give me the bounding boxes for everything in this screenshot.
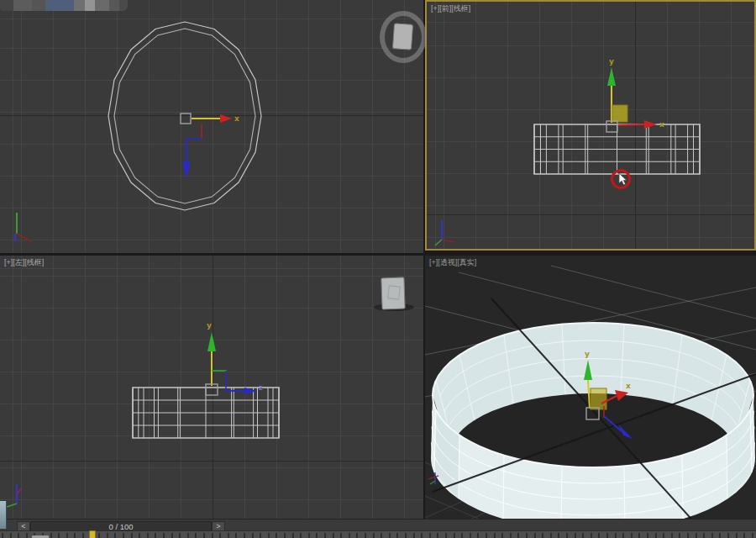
viewport-top[interactable]: x: [0, 0, 423, 253]
viewport-perspective-label[interactable]: [+][透视][真实]: [429, 257, 476, 268]
move-gizmo-top-view[interactable]: x: [181, 113, 239, 178]
front-view-wireframe: y x: [427, 2, 754, 249]
gizmo-y-label: y: [207, 321, 212, 330]
track-bar-key-marker[interactable]: [89, 530, 96, 538]
3d-editor-window: x [+][前][线框] y: [0, 0, 756, 538]
perspective-scene: y x: [425, 256, 756, 523]
gizmo-z-label: z: [259, 384, 263, 392]
top-view-wireframe: x: [0, 0, 423, 253]
toolbar-remnant-blue-block: [45, 0, 74, 11]
viewport-perspective[interactable]: [+][透视][真实]: [425, 256, 756, 523]
selection-bracket: [181, 113, 191, 124]
tube-object-3d[interactable]: [431, 323, 755, 523]
screencast-mouse-ring-icon: [380, 11, 427, 63]
timeline-bar: < 0 / 100 >: [0, 519, 756, 538]
gizmo-z-arrowhead[interactable]: [244, 388, 257, 394]
gizmo-y-arrowhead[interactable]: [207, 332, 216, 351]
gizmo-y-arrowhead[interactable]: [607, 67, 616, 86]
mouse-body-icon: [381, 277, 405, 310]
gizmo-x-arrowhead[interactable]: [644, 120, 657, 129]
track-bar[interactable]: [0, 530, 756, 538]
viewport-front-label[interactable]: [+][前][线框]: [431, 3, 470, 14]
axis-tripod: [435, 220, 454, 245]
gizmo-x-axis[interactable]: [618, 124, 644, 125]
axis-tripod: [15, 213, 31, 241]
gizmo-y-label: y: [609, 57, 614, 66]
move-gizmo-front-view[interactable]: y x: [606, 57, 664, 132]
mouse-body-icon: [392, 23, 413, 50]
gizmo-y-label: y: [585, 350, 590, 358]
gizmo-plane-handle-xy[interactable]: [612, 105, 627, 122]
left-view-wireframe: y z: [0, 256, 423, 519]
viewport-left-label[interactable]: [+][左][线框]: [4, 257, 44, 268]
gizmo-y-arrowhead[interactable]: [182, 162, 191, 178]
gizmo-x-arrowhead[interactable]: [220, 114, 232, 123]
viewport-left[interactable]: [+][左][线框] y z: [0, 256, 423, 519]
move-gizmo-left-view[interactable]: y z: [206, 321, 263, 395]
axis-tripod: [7, 484, 21, 507]
track-bar-ticks: [2, 533, 754, 538]
viewport-divider-horizontal[interactable]: [0, 253, 423, 256]
gizmo-x-label: x: [626, 382, 631, 390]
viewport-front-active[interactable]: [+][前][线框] y x: [425, 0, 756, 251]
scrollbar-remnant[interactable]: [0, 501, 7, 529]
cursor-click-indicator: [612, 171, 630, 188]
mouse-cursor-icon: [619, 173, 627, 185]
toolbar-remnant: [0, 0, 128, 11]
gizmo-x-label: x: [234, 114, 239, 123]
gizmo-x-label: x: [659, 120, 664, 129]
